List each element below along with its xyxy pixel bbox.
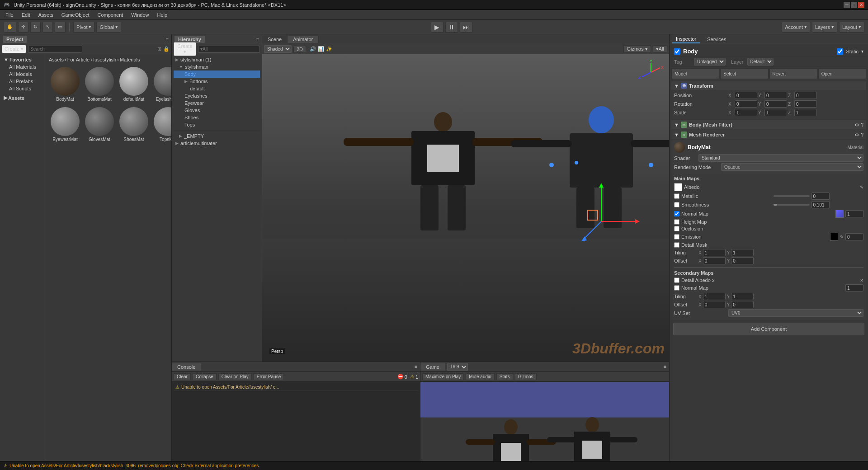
scene-viewport[interactable]: Persp X Y Z 3Dbuffer (262, 54, 669, 362)
console-message-0[interactable]: ⚠ Unable to open Assets/For Article/fuse… (174, 384, 418, 391)
asset-gloves[interactable]: GlovesMat (83, 105, 116, 144)
maximize-on-play[interactable]: Maximize on Play (422, 373, 464, 380)
metallic-slider[interactable] (774, 195, 810, 197)
mesh-filter-header[interactable]: ▼ M Body (Mesh Filter) ⚙ ? (671, 120, 866, 129)
occlusion-toggle[interactable] (674, 226, 679, 231)
static-checkbox[interactable] (837, 48, 843, 55)
asset-shoes[interactable]: ShoesMat (118, 105, 150, 144)
metallic-value[interactable] (811, 193, 830, 200)
menu-help[interactable]: Help (153, 11, 171, 19)
services-tab[interactable]: Services (703, 36, 730, 43)
layout-button[interactable]: Layout ▾ (839, 22, 864, 33)
hier-gloves[interactable]: Gloves (174, 107, 260, 114)
detail-mask-toggle[interactable] (674, 242, 679, 248)
hierarchy-menu[interactable]: ≡ (256, 37, 259, 42)
shaded-dropdown[interactable]: Shaded (264, 45, 292, 53)
project-tab[interactable]: Project (3, 36, 27, 43)
menu-gameobject[interactable]: GameObject (58, 11, 93, 19)
hier-eyelashes[interactable]: Eyelashes (174, 92, 260, 99)
menu-edit[interactable]: Edit (18, 11, 34, 19)
layers-button[interactable]: Layers ▾ (812, 22, 837, 33)
project-lock-icon[interactable]: 🔒 (163, 46, 170, 52)
shader-select[interactable]: Standard (698, 154, 863, 162)
pivot-button[interactable]: Pivot ▾ (73, 22, 94, 33)
game-menu[interactable]: ≡ (661, 364, 669, 369)
menu-file[interactable]: File (2, 11, 17, 19)
close-button[interactable]: ✕ (858, 2, 864, 8)
assets-header[interactable]: ▶ Assets (2, 94, 43, 102)
2d-button[interactable]: 2D (293, 46, 306, 53)
menu-window[interactable]: Window (127, 11, 152, 19)
rot-x[interactable] (735, 100, 757, 108)
hier-stylishman1[interactable]: ▶ stylishman (1) (174, 56, 260, 63)
normal-map-thumb[interactable] (835, 210, 844, 218)
collapse-button[interactable]: Collapse (193, 373, 217, 380)
project-view-toggle[interactable]: ⊞ (157, 46, 161, 52)
model-button[interactable]: Model (671, 68, 719, 79)
scale-tool[interactable]: ⤡ (42, 22, 53, 33)
normal-map-value[interactable] (845, 210, 863, 217)
fav-all-prefabs[interactable]: All Prefabs (2, 78, 43, 85)
project-panel-menu[interactable]: ≡ (166, 37, 169, 42)
scale-y[interactable] (764, 109, 787, 116)
scale-x[interactable] (735, 109, 757, 116)
asset-eyewear[interactable]: EyewearMat (49, 105, 81, 144)
sec-tiling-y[interactable] (731, 293, 754, 300)
console-tab[interactable]: Console (172, 363, 201, 371)
asset-defaultmat[interactable]: defaultMat (118, 65, 150, 103)
animator-tab[interactable]: Animator (288, 36, 319, 43)
hier-default[interactable]: default (174, 85, 260, 92)
select-button[interactable]: Select (720, 68, 768, 79)
play-button[interactable]: ▶ (431, 22, 443, 33)
asset-bodymat[interactable]: BodyMat (49, 65, 81, 103)
hier-shoes[interactable]: Shoes (174, 114, 260, 121)
sec-offset-x[interactable] (703, 301, 726, 308)
rot-y[interactable] (764, 100, 787, 108)
hier-eyewear[interactable]: Eyewear (174, 99, 260, 107)
uv-set-select[interactable]: UV0 (728, 309, 863, 317)
fav-all-scripts[interactable]: All Scripts (2, 85, 43, 92)
gizmos-button[interactable]: Gizmos ▾ (623, 45, 651, 53)
create-button[interactable]: Create ▾ (2, 45, 26, 53)
active-checkbox[interactable] (674, 48, 680, 55)
asset-eyelashes[interactable]: Eyelashes... (152, 65, 171, 103)
detail-albedo-toggle[interactable] (674, 277, 679, 283)
emission-toggle[interactable] (674, 234, 679, 240)
game-viewport[interactable] (420, 382, 669, 461)
smoothness-value[interactable] (811, 201, 830, 208)
rot-z[interactable] (794, 100, 817, 108)
menu-component[interactable]: Component (94, 11, 127, 19)
offset-y[interactable] (731, 257, 754, 264)
revert-button[interactable]: Revert (769, 68, 817, 79)
scale-z[interactable] (794, 109, 817, 116)
sec-tiling-x[interactable] (703, 293, 726, 300)
move-tool[interactable]: ✛ (18, 22, 28, 33)
sec-normal-value[interactable] (845, 284, 863, 291)
mute-audio[interactable]: Mute audio (466, 373, 494, 380)
open-button[interactable]: Open (818, 68, 866, 79)
breadcrumb-fusestylish[interactable]: fusestylish (93, 57, 116, 62)
height-map-toggle[interactable] (674, 219, 679, 225)
transform-header[interactable]: ▼ ⊕ Transform (671, 81, 866, 90)
emission-edit[interactable]: ✎ (840, 235, 844, 240)
pos-z[interactable] (794, 92, 817, 99)
hand-tool[interactable]: ✋ (4, 22, 16, 33)
menu-assets[interactable]: Assets (35, 11, 57, 19)
tiling-x[interactable] (703, 249, 726, 256)
tiling-y[interactable] (731, 249, 754, 256)
sec-normal-toggle[interactable] (674, 285, 679, 291)
mr-help[interactable]: ? (861, 132, 863, 137)
global-button[interactable]: Global ▾ (96, 22, 121, 33)
resolution-select[interactable]: 16:9 (447, 363, 468, 371)
allin-button[interactable]: ▾All (653, 45, 667, 53)
clear-button[interactable]: Clear (174, 373, 191, 380)
hier-body[interactable]: Body (174, 70, 260, 78)
hierarchy-search[interactable] (198, 46, 260, 53)
detail-albedo-remove[interactable]: ✕ (860, 278, 863, 283)
albedo-swatch[interactable] (674, 183, 682, 191)
mf-help[interactable]: ? (861, 122, 863, 127)
scene-tab[interactable]: Scene (262, 36, 288, 43)
inspector-tab[interactable]: Inspector (672, 35, 700, 43)
project-search[interactable] (28, 46, 82, 53)
emission-value[interactable] (845, 233, 863, 240)
